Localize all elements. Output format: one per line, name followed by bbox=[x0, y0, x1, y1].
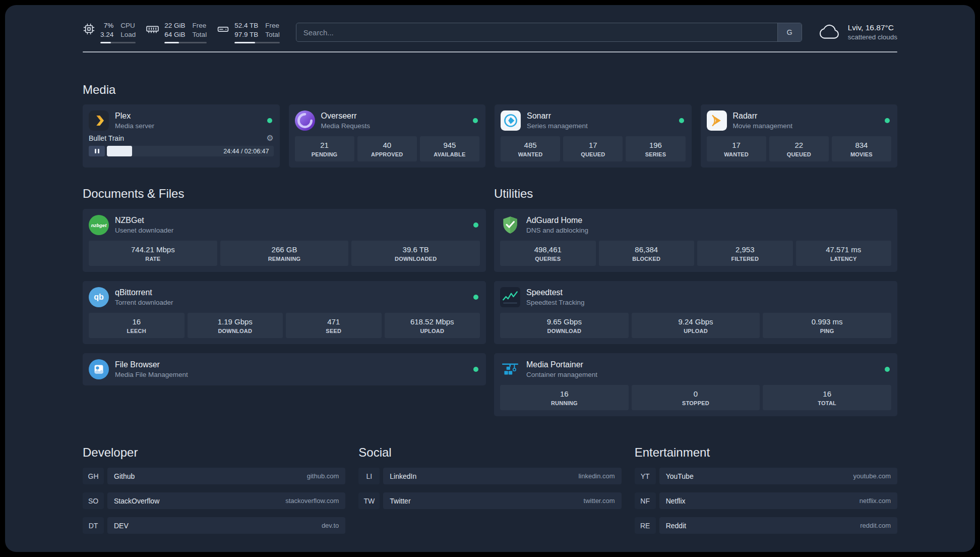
bookmark-url: twitter.com bbox=[584, 497, 615, 505]
service-card-adguard[interactable]: AdGuard Home DNS and adblocking 498,461 … bbox=[494, 209, 897, 272]
dashboard-app: 7% 3.24 CPU Load bbox=[5, 5, 975, 552]
bookmark-url: reddit.com bbox=[860, 522, 891, 529]
resource-widgets: 7% 3.24 CPU Load bbox=[83, 21, 280, 43]
pause-button[interactable] bbox=[89, 146, 105, 156]
status-dot bbox=[885, 367, 890, 372]
status-dot bbox=[473, 295, 478, 300]
bookmark-github[interactable]: GH Github github.com bbox=[83, 468, 345, 484]
disk-free-value: 52.4 TB bbox=[234, 21, 258, 30]
stat-running: 16 RUNNING bbox=[500, 385, 629, 410]
bookmark-stackoverflow[interactable]: SO StackOverflow stackoverflow.com bbox=[83, 492, 345, 509]
bookmark-abbr: TW bbox=[358, 492, 380, 509]
service-name: Sonarr bbox=[527, 111, 588, 121]
bookmark-url: youtube.com bbox=[853, 472, 891, 480]
memory-free-value: 22 GiB bbox=[164, 21, 185, 30]
stat-seed: 471 SEED bbox=[286, 313, 382, 338]
memory-total-value: 64 GiB bbox=[164, 30, 185, 39]
memory-icon bbox=[146, 23, 159, 35]
status-dot bbox=[473, 118, 478, 123]
service-card-plex[interactable]: Plex Media server Bullet Train ⚙ 24:44 /… bbox=[83, 104, 280, 168]
media-group: Plex Media server Bullet Train ⚙ 24:44 /… bbox=[83, 104, 897, 168]
service-name: qBittorrent bbox=[115, 288, 173, 298]
stat-upload: 9.24 Gbps UPLOAD bbox=[632, 313, 760, 338]
bookmark-group-entertainment: Entertainment YT YouTube youtube.com NF … bbox=[635, 445, 897, 542]
bookmark-label: DEV bbox=[114, 522, 129, 530]
group-title-utilities: Utilities bbox=[494, 187, 897, 201]
disk-total-value: 97.9 TB bbox=[234, 30, 258, 39]
bookmark-label: Twitter bbox=[390, 497, 410, 505]
service-desc: Media Requests bbox=[321, 122, 371, 130]
bookmark-twitter[interactable]: TW Twitter twitter.com bbox=[358, 492, 621, 509]
playback-progress-bar[interactable]: 24:44 / 02:06:47 bbox=[107, 146, 274, 156]
search-provider-button[interactable]: G bbox=[777, 23, 802, 41]
gear-icon[interactable]: ⚙ bbox=[266, 134, 273, 142]
bookmark-reddit[interactable]: RE Reddit reddit.com bbox=[635, 517, 897, 534]
adguard-icon bbox=[500, 215, 520, 235]
stat-remaining: 266 GB REMAINING bbox=[220, 241, 349, 266]
service-card-portainer[interactable]: Media Portainer Container management 16 … bbox=[494, 353, 897, 416]
service-card-overseerr[interactable]: Overseerr Media Requests 21 PENDING 40 A… bbox=[289, 104, 486, 168]
group-title-social: Social bbox=[358, 445, 621, 460]
cpu-load-value: 3.24 bbox=[100, 30, 113, 39]
bookmark-youtube[interactable]: YT YouTube youtube.com bbox=[635, 468, 897, 484]
weather-location: Lviv, 16.87°C bbox=[848, 23, 897, 33]
service-name: Speedtest bbox=[526, 288, 585, 298]
plex-icon bbox=[89, 110, 109, 131]
bookmark-netflix[interactable]: NF Netflix netflix.com bbox=[635, 492, 897, 509]
stat-download: 9.65 Gbps DOWNLOAD bbox=[500, 313, 629, 338]
service-desc: DNS and adblocking bbox=[526, 226, 588, 235]
disk-usage-bar bbox=[234, 42, 280, 43]
bookmark-label: Netflix bbox=[666, 497, 686, 505]
stat-filtered: 2,953 FILTERED bbox=[697, 241, 793, 266]
service-card-qbittorrent[interactable]: qb qBittorrent Torrent downloader 16 LEE… bbox=[83, 281, 486, 344]
bookmark-linkedin[interactable]: LI LinkedIn linkedin.com bbox=[358, 468, 621, 484]
bookmark-url: linkedin.com bbox=[578, 472, 615, 480]
stat-upload: 618.52 Mbps UPLOAD bbox=[385, 313, 480, 338]
bookmark-label: YouTube bbox=[666, 472, 694, 480]
bookmark-label: StackOverflow bbox=[114, 497, 159, 505]
service-card-filebrowser[interactable]: File Browser Media File Management bbox=[83, 353, 486, 385]
overseerr-icon bbox=[295, 110, 315, 131]
service-card-sonarr[interactable]: Sonarr Series management 485 WANTED 17 Q… bbox=[495, 104, 692, 168]
stat-pending: 21 PENDING bbox=[295, 136, 354, 161]
stat-latency: 47.571 ms LATENCY bbox=[796, 241, 892, 266]
bookmark-label: Reddit bbox=[666, 522, 686, 530]
cpu-icon bbox=[83, 23, 95, 35]
service-name: File Browser bbox=[115, 360, 188, 370]
cpu-load-label: Load bbox=[120, 30, 136, 39]
service-name: Radarr bbox=[733, 111, 793, 121]
bookmark-dev[interactable]: DT DEV dev.to bbox=[83, 517, 345, 534]
stat-queries: 498,461 QUERIES bbox=[500, 241, 596, 266]
stat-download: 1.19 Gbps DOWNLOAD bbox=[188, 313, 283, 338]
bookmark-label: LinkedIn bbox=[390, 472, 416, 480]
bookmark-url: dev.to bbox=[322, 522, 339, 529]
search-bar: G bbox=[296, 23, 802, 42]
cpu-widget: 7% 3.24 CPU Load bbox=[83, 21, 136, 43]
bookmark-url: netflix.com bbox=[860, 497, 891, 505]
group-title-media: Media bbox=[83, 83, 897, 97]
stat-queued: 17 QUEUED bbox=[563, 136, 623, 161]
bookmarks-section: Developer GH Github github.com SO StackO… bbox=[83, 445, 897, 542]
search-input[interactable] bbox=[296, 23, 777, 41]
service-card-radarr[interactable]: Radarr Movie management 17 WANTED 22 QUE… bbox=[701, 104, 898, 168]
now-playing-title: Bullet Train bbox=[89, 134, 124, 142]
status-dot bbox=[473, 367, 478, 372]
disk-total-label: Total bbox=[265, 30, 280, 39]
stat-blocked: 86,384 BLOCKED bbox=[599, 241, 695, 266]
documents-column: Documents & Files nzbget NZBGet Usenet d… bbox=[83, 187, 486, 385]
group-title-entertainment: Entertainment bbox=[635, 445, 897, 460]
service-name: AdGuard Home bbox=[526, 215, 588, 226]
disk-widget: 52.4 TB 97.9 TB Free Total bbox=[217, 21, 280, 43]
service-desc: Media server bbox=[115, 122, 154, 130]
stat-movies: 834 MOVIES bbox=[832, 136, 891, 161]
bookmark-abbr: YT bbox=[635, 468, 656, 484]
cpu-percent: 7% bbox=[100, 21, 113, 30]
bookmark-abbr: SO bbox=[83, 492, 104, 509]
service-name: NZBGet bbox=[115, 215, 173, 226]
memory-total-label: Total bbox=[193, 30, 207, 39]
bookmark-group-developer: Developer GH Github github.com SO StackO… bbox=[83, 445, 345, 542]
service-card-speedtest[interactable]: Speedtest Speedtest Tracking 9.65 Gbps D… bbox=[494, 281, 897, 344]
service-card-nzbget[interactable]: nzbget NZBGet Usenet downloader 744.21 M… bbox=[83, 209, 486, 272]
service-name: Plex bbox=[115, 111, 154, 121]
status-dot bbox=[267, 118, 272, 123]
